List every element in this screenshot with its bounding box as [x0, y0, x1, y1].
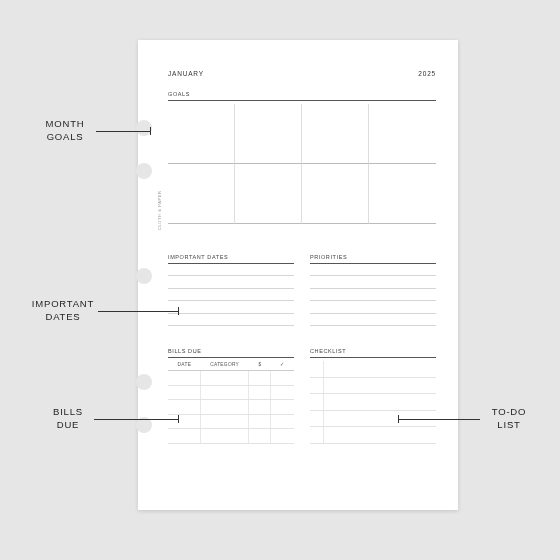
- planner-page: JANUARY 2025 GOALS CLOTH & PAPER IMPORTA…: [138, 40, 458, 510]
- callout-line: [96, 131, 150, 132]
- priorities-heading: PRIORITIES: [310, 254, 436, 260]
- bottom-row: BILLS DUE DATE CATEGORY $ ✓ CHECKLIST: [168, 348, 436, 444]
- mid-row: IMPORTANT DATES PRIORITIES: [168, 254, 436, 326]
- bills-col-check: ✓: [271, 362, 294, 367]
- callout-line: [98, 311, 178, 312]
- bills-due-section: BILLS DUE DATE CATEGORY $ ✓: [168, 348, 294, 444]
- callout-todo-list: TO-DO LIST: [484, 406, 534, 432]
- callout-bills-due: BILLS DUE: [42, 406, 94, 432]
- bills-header-row: DATE CATEGORY $ ✓: [168, 358, 294, 371]
- callout-tick: [178, 307, 179, 315]
- callout-tick: [150, 127, 151, 135]
- callout-important-dates: IMPORTANT DATES: [28, 298, 98, 324]
- callout-tick: [178, 415, 179, 423]
- month-label: JANUARY: [168, 70, 204, 77]
- year-label: 2025: [418, 70, 436, 77]
- bills-col-category: CATEGORY: [201, 362, 249, 367]
- bills-due-heading: BILLS DUE: [168, 348, 294, 354]
- brand-sidetext: CLOTH & PAPER: [157, 190, 162, 230]
- callout-month-goals: MONTH GOALS: [35, 118, 95, 144]
- important-dates-section: IMPORTANT DATES: [168, 254, 294, 326]
- checklist-section: CHECKLIST: [310, 348, 436, 444]
- goals-heading: GOALS: [168, 91, 436, 97]
- binder-hole: [136, 374, 152, 390]
- goals-rule: [168, 100, 436, 101]
- binder-hole: [136, 163, 152, 179]
- bills-col-amount: $: [249, 362, 272, 367]
- important-dates-heading: IMPORTANT DATES: [168, 254, 294, 260]
- callout-line: [398, 419, 480, 420]
- bills-col-date: DATE: [168, 362, 201, 367]
- page-content: JANUARY 2025 GOALS CLOTH & PAPER IMPORTA…: [168, 70, 436, 488]
- goals-grid: [168, 104, 436, 224]
- callout-line: [94, 419, 178, 420]
- callout-tick: [398, 415, 399, 423]
- checklist-heading: CHECKLIST: [310, 348, 436, 354]
- priorities-section: PRIORITIES: [310, 254, 436, 326]
- binder-hole: [136, 268, 152, 284]
- page-header: JANUARY 2025: [168, 70, 436, 77]
